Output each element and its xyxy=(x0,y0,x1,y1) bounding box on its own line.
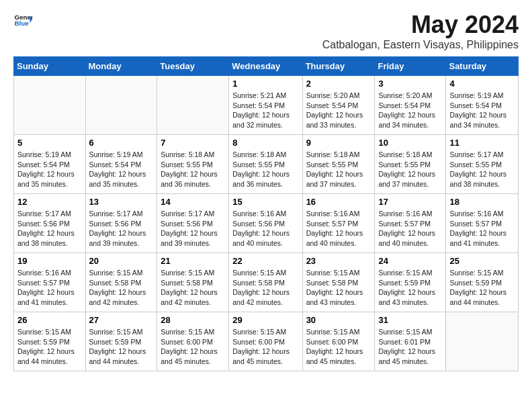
day-header-sunday: Sunday xyxy=(14,57,86,76)
day-header-thursday: Thursday xyxy=(302,57,375,76)
day-info: Sunrise: 5:20 AM Sunset: 5:54 PM Dayligh… xyxy=(306,91,371,130)
day-number: 17 xyxy=(378,197,442,207)
day-info: Sunrise: 5:18 AM Sunset: 5:55 PM Dayligh… xyxy=(161,150,225,189)
day-cell: 15Sunrise: 5:16 AM Sunset: 5:56 PM Dayli… xyxy=(229,194,302,253)
day-header-monday: Monday xyxy=(85,57,157,76)
day-number: 11 xyxy=(449,138,515,148)
day-number: 5 xyxy=(17,138,82,148)
day-header-friday: Friday xyxy=(375,57,446,76)
day-cell: 28Sunrise: 5:15 AM Sunset: 6:00 PM Dayli… xyxy=(157,312,229,371)
day-cell: 31Sunrise: 5:15 AM Sunset: 6:01 PM Dayli… xyxy=(375,312,446,371)
day-number: 8 xyxy=(232,138,298,148)
logo-icon: General Blue xyxy=(13,11,32,30)
day-number: 4 xyxy=(449,79,515,89)
day-cell: 10Sunrise: 5:18 AM Sunset: 5:55 PM Dayli… xyxy=(375,135,446,194)
day-number: 26 xyxy=(17,315,82,325)
day-info: Sunrise: 5:15 AM Sunset: 5:59 PM Dayligh… xyxy=(17,327,82,367)
day-info: Sunrise: 5:15 AM Sunset: 5:59 PM Dayligh… xyxy=(89,327,154,367)
day-info: Sunrise: 5:15 AM Sunset: 5:58 PM Dayligh… xyxy=(161,268,225,308)
day-number: 12 xyxy=(17,197,82,207)
day-cell: 16Sunrise: 5:16 AM Sunset: 5:57 PM Dayli… xyxy=(302,194,375,253)
day-number: 27 xyxy=(89,315,154,325)
day-info: Sunrise: 5:17 AM Sunset: 5:56 PM Dayligh… xyxy=(17,209,82,248)
day-cell: 17Sunrise: 5:16 AM Sunset: 5:57 PM Dayli… xyxy=(375,194,446,253)
day-info: Sunrise: 5:15 AM Sunset: 6:00 PM Dayligh… xyxy=(161,327,225,367)
day-cell: 1Sunrise: 5:21 AM Sunset: 5:54 PM Daylig… xyxy=(229,76,302,135)
day-cell: 3Sunrise: 5:20 AM Sunset: 5:54 PM Daylig… xyxy=(375,76,446,135)
day-info: Sunrise: 5:16 AM Sunset: 5:56 PM Dayligh… xyxy=(232,209,298,248)
day-info: Sunrise: 5:15 AM Sunset: 6:00 PM Dayligh… xyxy=(306,327,371,367)
day-info: Sunrise: 5:15 AM Sunset: 6:01 PM Dayligh… xyxy=(378,327,442,367)
day-number: 3 xyxy=(378,79,442,89)
day-cell: 7Sunrise: 5:18 AM Sunset: 5:55 PM Daylig… xyxy=(157,135,229,194)
day-cell xyxy=(14,76,86,135)
day-number: 31 xyxy=(378,315,442,325)
day-cell: 8Sunrise: 5:18 AM Sunset: 5:55 PM Daylig… xyxy=(229,135,302,194)
day-number: 7 xyxy=(161,138,225,148)
day-info: Sunrise: 5:15 AM Sunset: 5:59 PM Dayligh… xyxy=(378,268,442,308)
title-section: May 2024 Catbalogan, Eastern Visayas, Ph… xyxy=(322,11,519,51)
day-cell: 25Sunrise: 5:15 AM Sunset: 5:59 PM Dayli… xyxy=(446,253,519,312)
day-number: 9 xyxy=(306,138,371,148)
day-info: Sunrise: 5:16 AM Sunset: 5:57 PM Dayligh… xyxy=(449,209,515,248)
day-number: 10 xyxy=(378,138,442,148)
day-info: Sunrise: 5:17 AM Sunset: 5:55 PM Dayligh… xyxy=(449,150,515,189)
day-number: 24 xyxy=(378,256,442,266)
day-cell: 29Sunrise: 5:15 AM Sunset: 6:00 PM Dayli… xyxy=(229,312,302,371)
day-cell: 18Sunrise: 5:16 AM Sunset: 5:57 PM Dayli… xyxy=(446,194,519,253)
day-info: Sunrise: 5:15 AM Sunset: 5:58 PM Dayligh… xyxy=(306,268,371,308)
day-cell xyxy=(157,76,229,135)
day-number: 28 xyxy=(161,315,225,325)
month-title: May 2024 xyxy=(322,11,519,39)
day-header-wednesday: Wednesday xyxy=(229,57,302,76)
day-info: Sunrise: 5:15 AM Sunset: 5:58 PM Dayligh… xyxy=(89,268,154,308)
day-info: Sunrise: 5:18 AM Sunset: 5:55 PM Dayligh… xyxy=(232,150,298,189)
day-info: Sunrise: 5:17 AM Sunset: 5:56 PM Dayligh… xyxy=(161,209,225,248)
day-headers-row: SundayMondayTuesdayWednesdayThursdayFrid… xyxy=(14,57,519,76)
day-info: Sunrise: 5:20 AM Sunset: 5:54 PM Dayligh… xyxy=(378,91,442,130)
day-cell: 9Sunrise: 5:18 AM Sunset: 5:55 PM Daylig… xyxy=(302,135,375,194)
day-number: 19 xyxy=(17,256,82,266)
day-number: 20 xyxy=(89,256,154,266)
week-row-2: 5Sunrise: 5:19 AM Sunset: 5:54 PM Daylig… xyxy=(14,135,519,194)
page-header: General Blue May 2024 Catbalogan, Easter… xyxy=(13,11,519,51)
day-info: Sunrise: 5:19 AM Sunset: 5:54 PM Dayligh… xyxy=(17,150,82,189)
day-cell xyxy=(446,312,519,371)
week-row-5: 26Sunrise: 5:15 AM Sunset: 5:59 PM Dayli… xyxy=(14,312,519,371)
calendar-table: SundayMondayTuesdayWednesdayThursdayFrid… xyxy=(13,56,519,371)
day-cell: 13Sunrise: 5:17 AM Sunset: 5:56 PM Dayli… xyxy=(85,194,157,253)
location-title: Catbalogan, Eastern Visayas, Philippines xyxy=(322,39,519,51)
day-cell: 30Sunrise: 5:15 AM Sunset: 6:00 PM Dayli… xyxy=(302,312,375,371)
day-number: 6 xyxy=(89,138,154,148)
day-number: 14 xyxy=(161,197,225,207)
day-number: 16 xyxy=(306,197,371,207)
logo: General Blue xyxy=(13,11,32,30)
day-info: Sunrise: 5:16 AM Sunset: 5:57 PM Dayligh… xyxy=(378,209,442,248)
day-info: Sunrise: 5:16 AM Sunset: 5:57 PM Dayligh… xyxy=(17,268,82,308)
day-cell: 12Sunrise: 5:17 AM Sunset: 5:56 PM Dayli… xyxy=(14,194,86,253)
svg-text:Blue: Blue xyxy=(14,19,29,27)
day-cell: 27Sunrise: 5:15 AM Sunset: 5:59 PM Dayli… xyxy=(85,312,157,371)
day-cell: 19Sunrise: 5:16 AM Sunset: 5:57 PM Dayli… xyxy=(14,253,86,312)
day-info: Sunrise: 5:15 AM Sunset: 5:59 PM Dayligh… xyxy=(449,268,515,308)
day-cell: 21Sunrise: 5:15 AM Sunset: 5:58 PM Dayli… xyxy=(157,253,229,312)
day-cell: 5Sunrise: 5:19 AM Sunset: 5:54 PM Daylig… xyxy=(14,135,86,194)
day-number: 30 xyxy=(306,315,371,325)
day-number: 29 xyxy=(232,315,298,325)
day-info: Sunrise: 5:18 AM Sunset: 5:55 PM Dayligh… xyxy=(378,150,442,189)
day-number: 23 xyxy=(306,256,371,266)
day-number: 21 xyxy=(161,256,225,266)
day-number: 1 xyxy=(232,79,298,89)
day-info: Sunrise: 5:17 AM Sunset: 5:56 PM Dayligh… xyxy=(89,209,154,248)
day-header-saturday: Saturday xyxy=(446,57,519,76)
day-cell: 24Sunrise: 5:15 AM Sunset: 5:59 PM Dayli… xyxy=(375,253,446,312)
day-cell: 20Sunrise: 5:15 AM Sunset: 5:58 PM Dayli… xyxy=(85,253,157,312)
day-info: Sunrise: 5:18 AM Sunset: 5:55 PM Dayligh… xyxy=(306,150,371,189)
day-info: Sunrise: 5:19 AM Sunset: 5:54 PM Dayligh… xyxy=(89,150,154,189)
day-cell: 4Sunrise: 5:19 AM Sunset: 5:54 PM Daylig… xyxy=(446,76,519,135)
day-cell: 11Sunrise: 5:17 AM Sunset: 5:55 PM Dayli… xyxy=(446,135,519,194)
day-header-tuesday: Tuesday xyxy=(157,57,229,76)
day-info: Sunrise: 5:19 AM Sunset: 5:54 PM Dayligh… xyxy=(449,91,515,130)
day-number: 22 xyxy=(232,256,298,266)
day-info: Sunrise: 5:21 AM Sunset: 5:54 PM Dayligh… xyxy=(232,91,298,130)
